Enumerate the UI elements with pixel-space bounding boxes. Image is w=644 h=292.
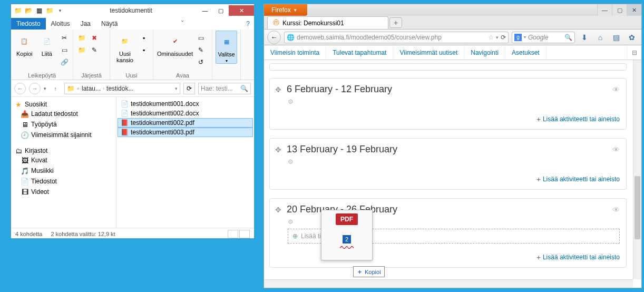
navtab-uutiset[interactable]: Viimeisimmät uutiset [393,46,464,60]
tab-nayta[interactable]: Näytä [96,18,123,30]
cut-icon[interactable]: ✂ [59,33,70,43]
paste-shortcut-icon[interactable]: 🔗 [59,57,70,67]
forward-button[interactable]: → [29,83,41,94]
properties-button[interactable]: ✔ Ominaisuudet [157,31,193,57]
bookmarks-icon[interactable]: ▤ [610,32,622,43]
new-folder-icon[interactable]: 📁 [45,6,54,15]
gear-icon[interactable]: ⚙ [288,98,620,105]
search-dropdown-icon[interactable]: ▾ [524,35,526,40]
tab-jaa[interactable]: Jaa [75,18,96,30]
url-text: demoweb.saimia.fi/moodledemo05/course/vi… [297,34,442,41]
tree-tyopoyta[interactable]: 🖥Työpöytä [13,119,114,130]
add-activity-link[interactable]: ＋Lisää aktiviteetti tai aineisto [275,115,620,124]
rename-icon[interactable]: ✎ [89,45,100,55]
bookmark-star-icon[interactable]: ☆ [488,34,494,41]
search-box[interactable]: g ▾ Google 🔍 [512,32,575,43]
tree-tiedostot[interactable]: 📄Tiedostot [13,176,114,187]
search-icon[interactable]: 🔍 [564,34,572,41]
new-tab-button[interactable]: + [389,17,402,28]
up-button[interactable]: ↑ [50,83,61,94]
back-button[interactable]: ← [267,31,281,44]
navtab-asetukset[interactable]: Asetukset [505,46,547,60]
properties-icon[interactable]: ▦ [34,6,44,15]
file-dropzone[interactable]: ⊕ Lisää tiedosto(t) tähän [288,229,620,244]
tree-kirjastot[interactable]: 🗂Kirjastot [13,147,114,155]
file-row[interactable]: 📄testidokumentti002.docx [118,109,253,118]
firefox-menu-button[interactable]: Firefox ▾ [264,4,307,16]
scroll-thumb[interactable] [635,176,640,239]
qat-dropdown-icon[interactable]: ▼ [55,6,65,15]
new-item-icon[interactable]: ▪ [139,33,149,43]
browser-toolbar: ← 🌐 demoweb.saimia.fi/moodledemo05/cours… [264,30,641,45]
file-row[interactable]: 📕testidokumentti003.pdf [118,128,253,137]
move-icon[interactable]: ✥ [275,85,281,94]
visibility-icon[interactable]: 👁 [612,206,620,214]
add-circle-icon: ⊕ [292,232,298,240]
new-folder-button[interactable]: 📁 Uusi kansio [113,31,136,63]
copy-button[interactable]: 📋 Kopioi [14,31,35,57]
maximize-button[interactable]: ▢ [213,5,229,16]
open-icon[interactable]: 📂 [24,6,33,15]
visibility-icon[interactable]: 👁 [612,85,620,94]
move-icon[interactable]: ✥ [275,145,281,154]
address-bar[interactable]: 📁 « latau... › testidok... ▾ [64,83,180,94]
tab-tiedosto[interactable]: Tiedosto [11,18,46,30]
add-activity-link[interactable]: ＋Lisää aktiviteetti tai aineisto [275,253,620,262]
copy-to-icon[interactable]: 📁 [76,45,87,55]
close-button[interactable]: ✕ [229,5,254,16]
navtab-tulevat[interactable]: Tulevat tapahtumat [326,46,393,60]
paste-button[interactable]: 📄 Liitä [37,31,57,57]
addons-icon[interactable]: ✿ [626,32,638,43]
delete-icon[interactable]: ✖ [89,33,100,43]
tree-videot[interactable]: 🎞Videot [13,187,114,197]
minimize-button[interactable]: — [597,4,612,16]
tree-suosikit[interactable]: ★Suosikit [13,100,114,109]
group-jarjesta: Järjestä [76,71,106,79]
collapse-all-icon[interactable]: ⊟ [627,46,641,60]
vertical-scrollbar[interactable] [633,60,641,279]
view-details-icon[interactable] [228,230,238,238]
back-button[interactable]: ← [14,83,26,94]
view-icons-icon[interactable] [239,230,250,238]
tree-musiikki[interactable]: 🎵Musiikki [13,166,114,176]
tab-title: Kurssi: Demokurssi01 [282,20,344,27]
navtab-viimeisin[interactable]: Viimeisin toiminta [264,46,326,60]
refresh-button[interactable]: ⟳ [183,83,195,94]
recent-dropdown-icon[interactable]: ▾ [44,86,46,91]
ribbon-collapse-icon[interactable]: ˇ [177,18,188,30]
tree-kuvat[interactable]: 🖼Kuvat [13,155,114,166]
tree-ladatut[interactable]: 📥Ladatut tiedostot [13,109,114,119]
gear-icon[interactable]: ⚙ [288,158,620,166]
browser-tab[interactable]: ⓜ Kurssi: Demokurssi01 [267,16,388,29]
home-icon[interactable]: ⌂ [594,32,607,43]
open-small-icon[interactable]: ▭ [196,33,206,43]
url-dropdown-icon[interactable]: ▾ [496,35,499,40]
horizontal-scrollbar[interactable] [264,279,633,288]
history-icon[interactable]: ↺ [196,57,206,67]
file-row[interactable]: 📕testidokumentti002.pdf [118,118,253,128]
tree-viimeisimmat[interactable]: 🕘Viimeisimmät sijainnit [13,130,114,140]
minimize-button[interactable]: — [197,5,213,16]
copy-path-icon[interactable]: ▭ [59,45,70,55]
easy-access-icon[interactable]: ▪ [139,45,149,55]
edit-small-icon[interactable]: ✎ [196,45,206,55]
move-icon[interactable]: ✥ [275,206,281,214]
help-icon[interactable]: ? [242,18,254,30]
maximize-button[interactable]: ▢ [612,4,627,16]
visibility-icon[interactable]: 👁 [612,145,620,154]
reload-icon[interactable]: ⟳ [501,34,506,41]
breadcrumb-seg1[interactable]: latau... [82,85,101,92]
search-input[interactable]: Hae: testi... 🔍 [198,83,251,94]
addr-dropdown-icon[interactable]: ▾ [175,86,178,91]
move-to-icon[interactable]: 📁 [76,33,87,43]
url-bar[interactable]: 🌐 demoweb.saimia.fi/moodledemo05/course/… [284,32,509,43]
tab-aloitus[interactable]: Aloitus [46,18,75,30]
downloads-icon[interactable]: ⬇ [578,32,591,43]
gear-icon[interactable]: ⚙ [288,218,620,226]
navtab-navigointi[interactable]: Navigointi [464,46,505,60]
breadcrumb-seg2[interactable]: testidok... [106,85,133,92]
select-button[interactable]: ▦ Valitse ▾ [216,31,237,64]
add-activity-link[interactable]: ＋Lisää aktiviteetti tai aineisto [275,175,620,184]
close-button[interactable]: ✕ [627,4,641,16]
file-row[interactable]: 📄testidokumentti001.docx [118,99,253,109]
